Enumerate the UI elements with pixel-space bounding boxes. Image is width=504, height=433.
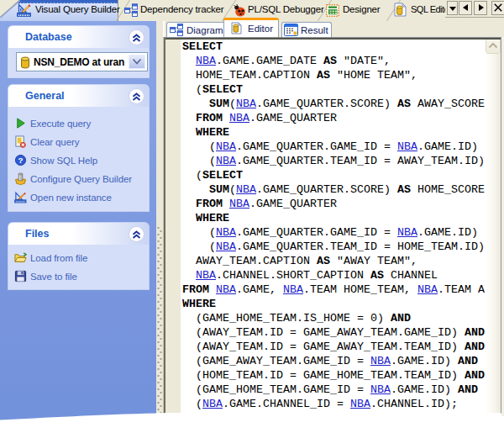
svg-text:?: ? xyxy=(18,156,23,165)
